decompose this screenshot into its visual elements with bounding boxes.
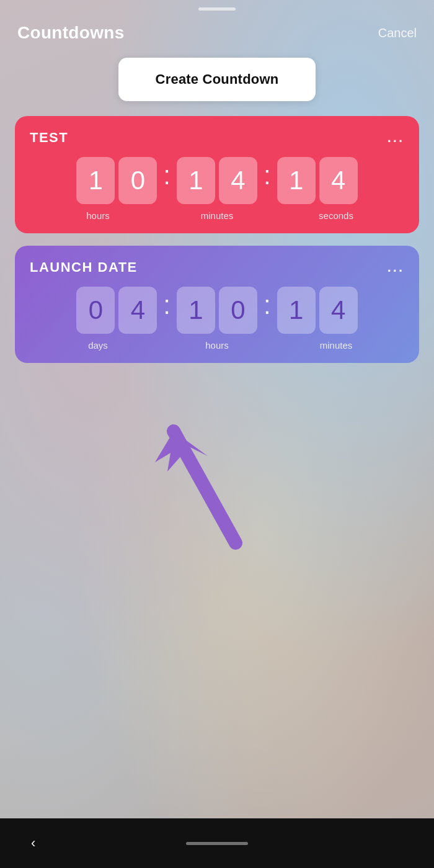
- header: Countdowns Cancel: [0, 11, 434, 53]
- back-button[interactable]: ‹: [31, 835, 35, 851]
- arrow-container: [0, 382, 434, 580]
- home-indicator: [186, 842, 248, 845]
- create-countdown-button[interactable]: Create Countdown: [118, 58, 316, 101]
- card-menu-launch[interactable]: ...: [388, 261, 404, 274]
- label-group-days: days: [58, 340, 138, 351]
- digit-box: 1: [76, 157, 115, 204]
- time-label-hours: hours: [86, 210, 110, 221]
- digit-box: 4: [118, 287, 157, 334]
- card-title-test: TEST: [30, 130, 68, 146]
- card-header-launch: LAUNCH DATE ...: [30, 259, 404, 275]
- digit-box: 1: [177, 157, 215, 204]
- digits-row-test: 1 0 : 1 4 : 1 4: [30, 157, 404, 204]
- countdown-card-test[interactable]: TEST ... 1 0 : 1 4 : 1 4: [15, 116, 419, 233]
- label-group-hours-launch: hours: [177, 340, 257, 351]
- label-spacer-2: [261, 210, 292, 221]
- digits-row-launch: 0 4 : 1 0 : 1 4: [30, 287, 404, 334]
- digit-box: 4: [319, 157, 358, 204]
- label-spacer-4: [261, 340, 292, 351]
- colon-1-launch: :: [163, 290, 170, 330]
- colon-1-test: :: [163, 161, 170, 200]
- time-label-minutes-launch: minutes: [320, 340, 353, 351]
- time-label-seconds: seconds: [319, 210, 353, 221]
- time-label-days: days: [88, 340, 108, 351]
- digit-group-hours-launch: 1 0: [177, 287, 257, 334]
- label-group-hours: hours: [58, 210, 138, 221]
- colon-2-test: :: [264, 161, 271, 200]
- digit-box: 1: [177, 287, 215, 334]
- labels-row-launch: days hours minutes: [30, 340, 404, 351]
- digit-box: 0: [76, 287, 115, 334]
- digit-group-seconds-test: 1 4: [277, 157, 358, 204]
- label-group-minutes-launch: minutes: [296, 340, 376, 351]
- card-title-launch: LAUNCH DATE: [30, 259, 138, 275]
- cancel-button[interactable]: Cancel: [378, 26, 417, 40]
- bottom-navigation-bar: ‹: [0, 818, 434, 868]
- digit-group-hours-test: 1 0: [76, 157, 157, 204]
- label-spacer-1: [142, 210, 173, 221]
- time-label-minutes: minutes: [201, 210, 234, 221]
- card-menu-test[interactable]: ...: [388, 131, 404, 145]
- label-group-minutes: minutes: [177, 210, 257, 221]
- digit-box: 4: [319, 287, 358, 334]
- label-spacer-3: [142, 340, 173, 351]
- page-title: Countdowns: [17, 23, 125, 43]
- card-header-test: TEST ...: [30, 130, 404, 146]
- digit-group-minutes-test: 1 4: [177, 157, 257, 204]
- time-label-hours-launch: hours: [205, 340, 229, 351]
- digit-box: 1: [277, 157, 316, 204]
- countdown-card-launch[interactable]: LAUNCH DATE ... 0 4 : 1 0 : 1: [15, 246, 419, 363]
- arrow-icon: [136, 382, 260, 555]
- colon-2-launch: :: [264, 290, 271, 330]
- digit-box: 4: [219, 157, 257, 204]
- digit-box: 0: [118, 157, 157, 204]
- digit-box: 1: [277, 287, 316, 334]
- digit-group-days-launch: 0 4: [76, 287, 157, 334]
- create-button-wrapper: Create Countdown: [0, 53, 434, 116]
- digit-box: 0: [219, 287, 257, 334]
- cards-container: TEST ... 1 0 : 1 4 : 1 4: [0, 116, 434, 363]
- screen: Countdowns Cancel Create Countdown TEST …: [0, 0, 434, 868]
- label-group-seconds: seconds: [296, 210, 376, 221]
- digit-group-minutes-launch: 1 4: [277, 287, 358, 334]
- labels-row-test: hours minutes seconds: [30, 210, 404, 221]
